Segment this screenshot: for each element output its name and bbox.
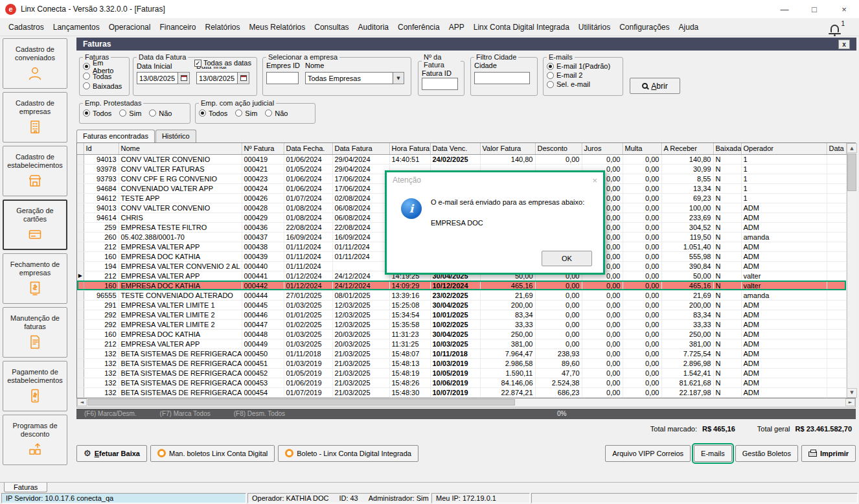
menu-item[interactable]: Financeiro xyxy=(155,23,200,32)
radio-option[interactable]: Em Aberto xyxy=(83,62,126,71)
data-final-input[interactable]: 13/08/2025 xyxy=(196,72,249,84)
column-header[interactable]: Nome xyxy=(119,143,242,154)
cell: 89,60 xyxy=(535,358,582,368)
sidebar-item[interactable]: Cadastro de conveniados xyxy=(3,38,67,89)
dialog-close-icon[interactable]: × xyxy=(592,176,597,185)
close-button[interactable]: × xyxy=(829,0,859,18)
scroll-down-icon[interactable]: ▼ xyxy=(847,388,857,398)
table-row[interactable]: 291EMPRESA VALTER LIMITE 100044501/03/20… xyxy=(77,300,846,310)
tab-historico[interactable]: Histórico xyxy=(155,130,196,143)
table-row[interactable]: 212EMPRESA VALTER APP00044901/03/202520/… xyxy=(77,339,846,349)
arquivo-vipp-correios-button[interactable]: Arquivo VIPP Correios xyxy=(605,445,691,462)
data-inicial-input[interactable]: 13/08/2025 xyxy=(137,72,190,84)
sidebar-item[interactable]: Manutenção de faturas xyxy=(3,307,67,358)
scroll-right-icon[interactable]: ► xyxy=(845,398,855,406)
table-row[interactable]: 160EMPRESA DOC KATHIA00044201/12/202424/… xyxy=(77,281,846,290)
emails-button[interactable]: E-mails xyxy=(694,445,732,462)
radio-option[interactable]: Não xyxy=(265,108,288,118)
radio-option[interactable]: Sim xyxy=(235,108,257,118)
menu-item[interactable]: Cadastros xyxy=(4,23,49,32)
column-header[interactable]: Data Fecha. xyxy=(284,143,332,154)
table-row[interactable]: 132BETA SISTEMAS DE REFRIGERACA00045301/… xyxy=(77,378,846,387)
menu-item[interactable]: Configurações xyxy=(615,23,674,32)
sidebar-item[interactable]: Cadastro de empresas xyxy=(3,92,67,143)
column-header[interactable]: Data Fatura xyxy=(332,143,389,154)
maximize-button[interactable]: □ xyxy=(799,0,829,18)
column-header[interactable]: Nº Fatura xyxy=(242,143,284,154)
sidebar-item[interactable]: Fechamento de empresas xyxy=(3,253,67,304)
radio-option[interactable]: Sel. e-mail xyxy=(547,80,619,89)
radio-option[interactable]: E-mail 1(Padrão) xyxy=(547,62,619,71)
scroll-up-icon[interactable]: ▲ xyxy=(847,143,857,153)
tab-faturas-encontradas[interactable]: Faturas encontradas xyxy=(76,130,155,143)
table-row[interactable]: 132BETA SISTEMAS DE REFRIGERACA00045001/… xyxy=(77,349,846,358)
menu-item[interactable]: Ajuda xyxy=(674,23,704,32)
empres-id-input[interactable] xyxy=(266,72,299,84)
menu-item[interactable]: Linx Conta Digital Integrada xyxy=(469,23,574,32)
sidebar-item[interactable]: Geração de cartões xyxy=(3,200,67,250)
table-row[interactable]: 160EMPRESA DOC KATHIA00044801/03/202520/… xyxy=(77,329,846,339)
column-header[interactable]: Data xyxy=(827,143,846,154)
cidade-input[interactable] xyxy=(474,72,530,84)
table-row[interactable]: 132BETA SISTEMAS DE REFRIGERACA00045101/… xyxy=(77,358,846,368)
notification-bell-icon[interactable] xyxy=(830,25,839,32)
radio-option[interactable]: Baixadas xyxy=(83,81,126,91)
boleto-linx-conta-digital-integrada-button[interactable]: Boleto - Linx Conta Digital Integrada xyxy=(278,445,418,462)
radio-option[interactable]: E-mail 2 xyxy=(547,71,619,80)
minimize-button[interactable]: — xyxy=(770,0,799,18)
column-header[interactable]: Id xyxy=(84,143,119,154)
efetuar-baixa-button[interactable]: Efetuar Baixa xyxy=(76,445,147,462)
column-header[interactable]: Operador xyxy=(741,143,827,154)
table-row[interactable]: 132BETA SISTEMAS DE REFRIGERACA00045401/… xyxy=(77,387,846,397)
menu-item[interactable]: Lançamentos xyxy=(49,23,104,32)
dialog-ok-button[interactable]: OK xyxy=(542,251,592,266)
column-header[interactable]: Valor Fatura xyxy=(480,143,535,154)
sidebar-item[interactable]: Programas de desconto xyxy=(3,415,67,465)
column-header[interactable]: Data Venc. xyxy=(430,143,480,154)
gestao-boletos-button[interactable]: Gestão Boletos xyxy=(735,445,798,462)
sidebar-item[interactable]: Pagamento de estabelecimentos xyxy=(3,361,67,411)
empresa-select[interactable]: Todas Empresas ▼ xyxy=(305,72,404,84)
todas-datas-checkbox[interactable]: Todas as datas xyxy=(193,59,253,67)
menu-item[interactable]: Utilitários xyxy=(574,23,615,32)
man-boletos-linx-conta-digital-button[interactable]: Man. boletos Linx Conta Digital xyxy=(150,445,275,462)
abrir-button[interactable]: Abrir xyxy=(630,78,680,94)
scroll-left-icon[interactable]: ◄ xyxy=(77,398,87,406)
horizontal-scroll-thumb[interactable] xyxy=(87,399,515,406)
radio-option[interactable]: Todos xyxy=(83,108,111,118)
menu-item[interactable]: Meus Relatórios xyxy=(245,23,310,32)
calendar-icon[interactable] xyxy=(178,72,190,84)
table-row[interactable]: 94013CONV VALTER CONVENIO00041901/06/202… xyxy=(77,154,846,164)
menu-item[interactable]: Auditoria xyxy=(354,23,393,32)
menu-item[interactable]: APP xyxy=(444,23,469,32)
column-header[interactable]: Baixada xyxy=(713,143,741,154)
vertical-scroll-thumb[interactable] xyxy=(847,154,856,191)
table-row[interactable]: 292EMPRESA VALTER LIMITE 200044601/01/20… xyxy=(77,310,846,319)
radio-option[interactable]: Sim xyxy=(119,108,141,118)
fatura-id-input[interactable] xyxy=(422,78,458,90)
radio-label: Não xyxy=(159,109,172,117)
menu-item[interactable]: Relatórios xyxy=(201,23,245,32)
column-header[interactable]: Multa xyxy=(623,143,661,154)
panel-close-button[interactable]: x xyxy=(838,40,850,49)
radio-option[interactable]: Todos xyxy=(199,108,227,118)
cell: 291 xyxy=(84,300,119,310)
menu-item[interactable]: Conferência xyxy=(393,23,444,32)
column-header[interactable]: Hora Fatura xyxy=(389,143,430,154)
sidebar-item[interactable]: Cadastro de estabelecimentos xyxy=(3,146,67,196)
table-row[interactable]: 132BETA SISTEMAS DE REFRIGERACA00045201/… xyxy=(77,368,846,378)
column-header[interactable]: Desconto xyxy=(535,143,582,154)
imprimir-button[interactable]: Imprimir xyxy=(801,445,856,462)
mdi-tab-faturas[interactable]: Faturas xyxy=(4,483,47,492)
vertical-scrollbar[interactable]: ▲ ▼ xyxy=(847,143,857,398)
horizontal-scrollbar[interactable]: ◄ ► xyxy=(76,398,856,407)
table-row[interactable]: 96555TESTE CONVENIADO ALTERADO00044427/0… xyxy=(77,290,846,300)
menu-item[interactable]: Consultas xyxy=(310,23,353,32)
filters-area: Faturas Em AbertoTodasBaixadas Data da F… xyxy=(76,51,856,125)
radio-option[interactable]: Não xyxy=(149,108,172,118)
calendar-icon[interactable] xyxy=(238,72,249,84)
column-header[interactable]: Juros xyxy=(582,143,623,154)
column-header[interactable]: A Receber xyxy=(661,143,713,154)
menu-item[interactable]: Operacional xyxy=(104,23,155,32)
table-row[interactable]: 292EMPRESA VALTER LIMITE 200044701/02/20… xyxy=(77,319,846,329)
